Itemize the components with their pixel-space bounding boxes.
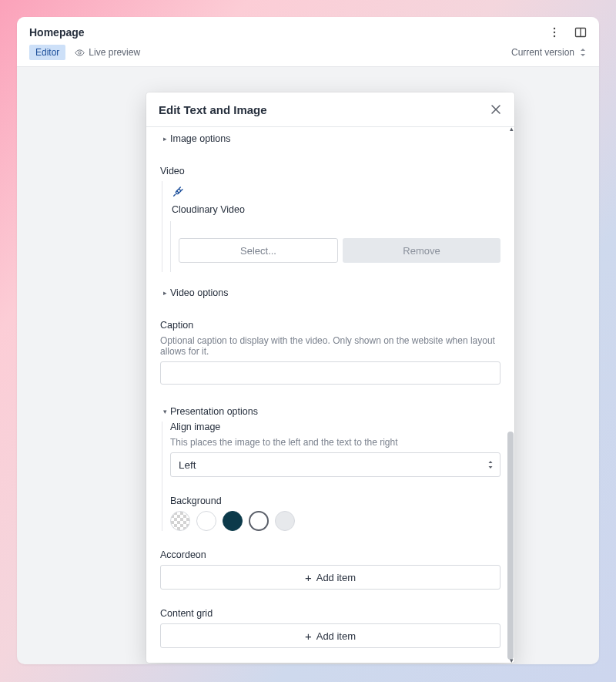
video-options-label: Video options: [170, 287, 229, 298]
swatch-light[interactable]: [275, 511, 295, 531]
chevron-down-icon: ▾: [163, 408, 167, 415]
split-view-button[interactable]: [573, 25, 588, 40]
background-label: Background: [170, 496, 500, 506]
remove-video-button[interactable]: Remove: [343, 238, 500, 263]
header: Homepage Editor: [17, 17, 599, 67]
app-frame: Homepage Editor: [17, 17, 599, 664]
tab-live-preview[interactable]: Live preview: [69, 45, 146, 60]
page-title: Homepage: [29, 26, 547, 39]
select-video-button[interactable]: Select...: [179, 238, 338, 263]
content-grid-add-item-button[interactable]: + Add item: [160, 623, 500, 648]
align-image-hint: This places the image to the left and th…: [170, 437, 500, 448]
swatch-outlined[interactable]: [249, 511, 269, 531]
more-menu-button[interactable]: [547, 25, 562, 40]
align-image-value: Left: [179, 459, 196, 471]
cloudinary-video-label: Cloudinary Video: [170, 201, 500, 221]
image-options-label: Image options: [170, 133, 231, 144]
caption-label: Caption: [160, 320, 500, 331]
svg-point-2: [554, 35, 555, 37]
sort-icon: [487, 460, 494, 469]
align-image-label: Align image: [170, 422, 500, 432]
plus-icon: +: [305, 630, 312, 642]
caption-hint: Optional caption to display with the vid…: [160, 335, 500, 357]
dialog-close-button[interactable]: [488, 102, 504, 117]
video-options-expander[interactable]: ▸ Video options: [160, 287, 500, 298]
add-item-label: Add item: [316, 630, 356, 642]
edit-dialog: Edit Text and Image ▴ ▸ Image options Vi…: [146, 92, 514, 663]
add-item-label: Add item: [316, 572, 356, 583]
swatch-white[interactable]: [196, 511, 216, 531]
chevron-right-icon: ▸: [163, 135, 167, 143]
scrollbar-thumb[interactable]: [507, 432, 514, 660]
image-options-expander[interactable]: ▸ Image options: [160, 133, 500, 144]
accordeon-label: Accordeon: [160, 549, 500, 560]
version-label: Current version: [511, 47, 574, 58]
chevron-right-icon: ▸: [163, 289, 167, 297]
more-vertical-icon: [548, 26, 561, 39]
scroll-down-arrow-icon[interactable]: ▾: [510, 657, 514, 663]
plug-icon: [172, 186, 500, 198]
plus-icon: +: [305, 572, 312, 583]
presentation-options-label: Presentation options: [170, 406, 258, 417]
accordeon-add-item-button[interactable]: + Add item: [160, 565, 500, 590]
close-icon: [490, 104, 501, 115]
video-block: Cloudinary Video Select... Remove: [162, 181, 500, 272]
scrollbar-track[interactable]: [507, 127, 514, 663]
svg-point-1: [554, 32, 555, 33]
svg-point-0: [554, 28, 555, 29]
tab-editor[interactable]: Editor: [29, 45, 65, 60]
eye-icon: [75, 48, 85, 58]
presentation-options-expander[interactable]: ▾ Presentation options: [160, 406, 500, 417]
version-selector[interactable]: Current version: [511, 47, 587, 58]
tab-live-preview-label: Live preview: [89, 47, 140, 58]
align-image-select[interactable]: Left: [170, 452, 500, 477]
caption-input[interactable]: [160, 361, 500, 385]
background-swatches: [170, 511, 500, 531]
video-section-label: Video: [160, 166, 500, 176]
sort-icon: [579, 47, 587, 58]
split-panel-icon: [574, 26, 587, 39]
swatch-dark[interactable]: [223, 511, 243, 531]
dialog-title: Edit Text and Image: [159, 103, 488, 116]
svg-point-5: [79, 51, 81, 53]
swatch-transparent[interactable]: [170, 511, 190, 531]
content-grid-label: Content grid: [160, 608, 500, 619]
